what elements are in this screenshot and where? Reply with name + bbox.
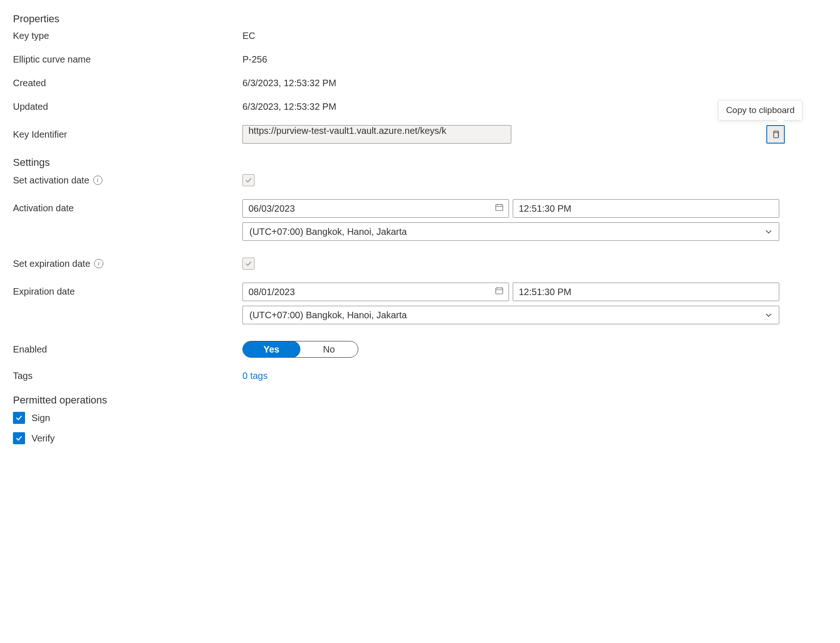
copy-button[interactable]: Copy to clipboard xyxy=(766,125,785,144)
calendar-icon xyxy=(495,286,504,298)
expiration-date-input[interactable]: 08/01/2023 xyxy=(242,283,509,301)
expiration-date-value: 08/01/2023 xyxy=(248,287,295,297)
value-curve-name: P-256 xyxy=(242,54,827,65)
expiration-tz-select[interactable]: (UTC+07:00) Bangkok, Hanoi, Jakarta xyxy=(242,306,779,324)
expiration-tz-value: (UTC+07:00) Bangkok, Hanoi, Jakarta xyxy=(249,310,407,321)
set-expiration-checkbox xyxy=(242,258,255,270)
label-tags: Tags xyxy=(13,371,242,381)
tags-link[interactable]: 0 tags xyxy=(242,371,267,381)
calendar-icon xyxy=(495,203,504,214)
section-settings-title: Settings xyxy=(13,157,827,169)
enabled-toggle-no[interactable]: No xyxy=(300,341,358,357)
expiration-time-value: 12:51:30 PM xyxy=(519,287,571,297)
value-key-type: EC xyxy=(242,31,827,41)
enabled-toggle[interactable]: Yes No xyxy=(242,341,358,358)
key-identifier-input[interactable]: https://purview-test-vault1.vault.azure.… xyxy=(242,125,511,144)
activation-time-input[interactable]: 12:51:30 PM xyxy=(513,199,779,218)
svg-rect-1 xyxy=(496,205,503,211)
checkbox-verify[interactable] xyxy=(13,432,25,444)
expiration-time-input[interactable]: 12:51:30 PM xyxy=(513,283,779,301)
chevron-down-icon xyxy=(765,228,772,235)
label-set-activation: Set activation date xyxy=(13,175,89,186)
chevron-down-icon xyxy=(765,311,772,319)
copy-tooltip: Copy to clipboard xyxy=(718,100,802,120)
label-created: Created xyxy=(13,78,242,88)
value-created: 6/3/2023, 12:53:32 PM xyxy=(242,78,827,88)
section-permitted-title: Permitted operations xyxy=(13,394,827,406)
activation-date-value: 06/03/2023 xyxy=(248,203,295,214)
activation-time-value: 12:51:30 PM xyxy=(519,203,571,214)
label-expiration-date: Expiration date xyxy=(13,283,242,297)
label-key-type: Key type xyxy=(13,31,242,41)
label-activation-date: Activation date xyxy=(13,199,242,214)
label-updated: Updated xyxy=(13,101,242,112)
info-icon[interactable]: i xyxy=(93,176,102,185)
activation-tz-select[interactable]: (UTC+07:00) Bangkok, Hanoi, Jakarta xyxy=(242,222,779,241)
copy-icon xyxy=(771,130,780,139)
label-verify: Verify xyxy=(32,433,55,444)
svg-rect-0 xyxy=(774,132,778,138)
activation-tz-value: (UTC+07:00) Bangkok, Hanoi, Jakarta xyxy=(249,227,407,237)
label-sign: Sign xyxy=(32,413,50,423)
svg-rect-10 xyxy=(496,288,503,294)
enabled-toggle-yes[interactable]: Yes xyxy=(242,341,300,358)
label-set-expiration: Set expiration date xyxy=(13,258,90,269)
set-activation-checkbox xyxy=(242,174,255,186)
label-key-identifier: Key Identifier xyxy=(13,129,242,140)
label-curve-name: Elliptic curve name xyxy=(13,54,242,65)
checkbox-sign[interactable] xyxy=(13,412,25,424)
info-icon[interactable]: i xyxy=(94,259,103,268)
label-enabled: Enabled xyxy=(13,344,242,355)
activation-date-input[interactable]: 06/03/2023 xyxy=(242,199,509,218)
section-properties-title: Properties xyxy=(13,13,827,25)
